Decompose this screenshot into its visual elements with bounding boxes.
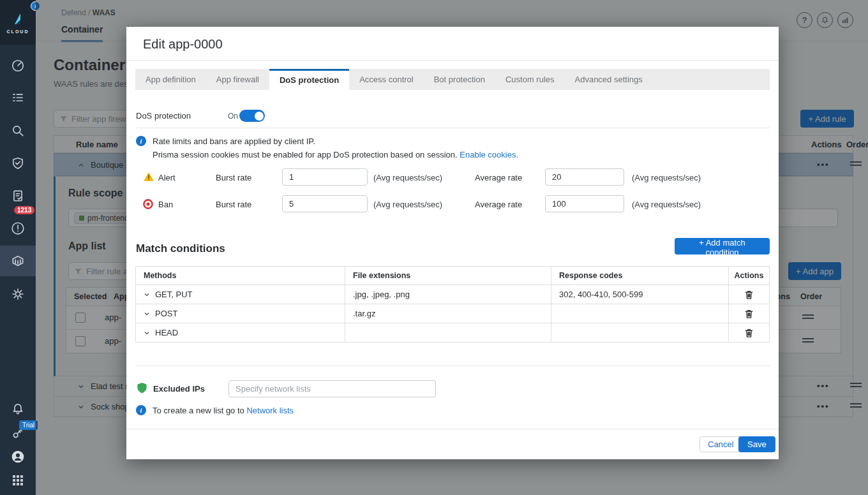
alerts-count-badge: 1213: [14, 206, 34, 214]
modal-title: Edit app-0000: [143, 37, 223, 52]
trial-badge: Trial: [19, 420, 38, 430]
tab-app-firewall[interactable]: App firewall: [206, 69, 269, 90]
match-response-codes: 302, 400-410, 500-599: [559, 290, 643, 299]
ban-avg-unit: (Avg requests/sec): [632, 200, 701, 209]
tab-access-control[interactable]: Access control: [349, 69, 424, 90]
tab-bot-protection[interactable]: Bot protection: [424, 69, 495, 90]
alert-avg-label: Average rate: [475, 173, 522, 182]
ban-average-input[interactable]: [545, 195, 624, 212]
save-button[interactable]: Save: [738, 436, 775, 452]
add-match-condition-button[interactable]: + Add match condition: [675, 238, 770, 255]
checklist-icon: [11, 91, 25, 105]
sidebar-item-apps[interactable]: [0, 465, 36, 495]
sidebar-item-containers[interactable]: [0, 246, 36, 276]
gauge-icon: [11, 59, 25, 73]
info-icon: i: [136, 136, 146, 146]
ban-avg-label: Average rate: [475, 200, 522, 209]
section-divider: [135, 366, 770, 366]
sidebar-item-settings[interactable]: [0, 279, 36, 309]
chevron-down-icon[interactable]: [144, 311, 150, 317]
section-divider: [135, 128, 770, 128]
info-line-2-text: Prisma session cookies must be enabled f…: [153, 150, 458, 159]
network-lists-link[interactable]: Network lists: [246, 406, 294, 415]
info-icon: i: [136, 405, 146, 415]
info-line-2: Prisma session cookies must be enabled f…: [153, 150, 518, 159]
enable-cookies-link[interactable]: Enable cookies.: [460, 150, 518, 159]
modal-footer: Cancel Save: [126, 429, 779, 459]
modal-tabs: App definition App firewall DoS protecti…: [135, 69, 770, 90]
gear-icon: [11, 287, 25, 301]
alert-average-input[interactable]: [545, 168, 624, 186]
match-conditions-table: Methods File extensions Response codes A…: [135, 266, 770, 343]
search-icon: [11, 124, 25, 138]
alert-label: Alert: [158, 173, 176, 182]
match-table-header: Methods File extensions Response codes A…: [136, 267, 769, 285]
dos-protection-toggle[interactable]: [239, 110, 265, 122]
sidebar-item-dashboard[interactable]: [0, 50, 36, 81]
match-methods: GET, PUT: [155, 290, 193, 299]
col-match-actions: Actions: [735, 271, 764, 280]
warning-triangle-icon: [143, 172, 154, 182]
col-response-codes: Response codes: [559, 271, 622, 280]
sidebar: CLOUD › 1213 Trial: [0, 0, 36, 495]
ban-burst-input[interactable]: [282, 195, 368, 212]
network-lists-info: To create a new list go to Network lists: [153, 406, 294, 415]
alert-circle-icon: [11, 221, 25, 235]
prisma-logo-icon: [10, 11, 26, 28]
match-file-extensions: .tar.gz: [353, 309, 375, 318]
grid-icon: [12, 475, 24, 486]
match-file-extensions: .jpg, .jpeg, .png: [353, 290, 410, 299]
col-file-extensions: File extensions: [353, 271, 410, 280]
trash-icon[interactable]: [744, 309, 754, 319]
match-methods: HEAD: [155, 328, 178, 337]
match-methods: POST: [155, 309, 177, 318]
tab-custom-rules[interactable]: Custom rules: [495, 69, 565, 90]
match-row: POST .tar.gz: [136, 304, 769, 323]
match-row: GET, PUT .jpg, .jpeg, .png 302, 400-410,…: [136, 285, 769, 304]
info-line-1: Rate limits and bans are applied by clie…: [153, 137, 315, 146]
tab-app-definition[interactable]: App definition: [135, 69, 206, 90]
sidebar-item-defend[interactable]: [0, 148, 36, 179]
toggle-state-label: On: [228, 112, 238, 121]
modal-header-divider: [126, 60, 779, 61]
ban-label: Ban: [158, 200, 173, 209]
logo-text: CLOUD: [7, 29, 29, 34]
user-icon: [11, 450, 25, 464]
ban-icon: [143, 199, 153, 209]
match-row: HEAD: [136, 323, 769, 343]
tab-dos-protection[interactable]: DoS protection: [269, 69, 349, 90]
trash-icon[interactable]: [744, 328, 754, 338]
edit-app-modal: Edit app-0000 App definition App firewal…: [126, 27, 779, 459]
ban-burst-label: Burst rate: [216, 200, 251, 209]
alert-burst-unit: (Avg requests/sec): [373, 173, 442, 182]
trash-icon[interactable]: [744, 290, 754, 300]
toggle-knob: [255, 112, 264, 121]
shield-check-icon: [11, 156, 25, 170]
alert-burst-input[interactable]: [282, 168, 368, 186]
match-conditions-heading: Match conditions: [136, 242, 225, 255]
alert-burst-label: Burst rate: [216, 173, 251, 182]
excluded-ips-input[interactable]: [228, 380, 436, 397]
dos-protection-label: DoS protection: [136, 111, 191, 121]
bell-icon: [11, 402, 25, 416]
sidebar-item-policies[interactable]: [0, 82, 36, 113]
chevron-down-icon[interactable]: [144, 330, 150, 336]
alert-avg-unit: (Avg requests/sec): [632, 173, 701, 182]
container-icon: [11, 254, 25, 268]
col-methods: Methods: [144, 271, 176, 280]
document-check-icon: [11, 189, 25, 203]
sidebar-item-alerts[interactable]: 1213: [0, 213, 36, 244]
cancel-button[interactable]: Cancel: [700, 436, 742, 452]
network-lists-info-text: To create a new list go to: [153, 406, 244, 415]
excluded-ips-label: Excluded IPs: [153, 384, 205, 394]
chevron-down-icon[interactable]: [144, 292, 150, 298]
ban-burst-unit: (Avg requests/sec): [373, 200, 442, 209]
tab-advanced-settings[interactable]: Advanced settings: [565, 69, 653, 90]
sidebar-item-search[interactable]: [0, 115, 36, 146]
green-shield-icon: [137, 382, 147, 394]
